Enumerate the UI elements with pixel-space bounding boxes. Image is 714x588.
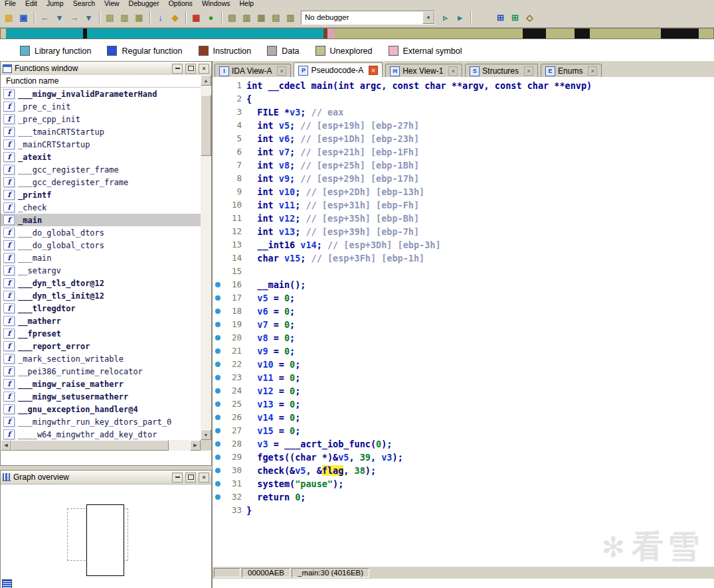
menu-debugger[interactable]: Debugger: [124, 0, 164, 7]
graph-minimize-button[interactable]: [172, 473, 183, 482]
function-list-item[interactable]: f___tmainCRTStartup: [1, 125, 201, 138]
tab-enums[interactable]: EEnums✕: [541, 64, 602, 78]
forward-history-icon[interactable]: ▾: [82, 11, 96, 25]
settings-key-icon[interactable]: ◇: [523, 11, 537, 25]
function-list-item[interactable]: f___tlregdtor: [1, 302, 201, 315]
function-list-item[interactable]: f__gnu_exception_handler@4: [1, 403, 201, 415]
code-line[interactable]: 6 int v7; // [esp+21h] [ebp-1Fh]: [213, 145, 714, 159]
minimize-button[interactable]: [172, 64, 183, 74]
graph-overview-titlebar[interactable]: Graph overview ✕: [1, 471, 211, 484]
float-button[interactable]: [185, 64, 196, 74]
tab-pseudocode-a[interactable]: PPseudocode-A✕: [294, 62, 383, 78]
menu-edit[interactable]: Edit: [21, 0, 42, 7]
code-line[interactable]: 11 int v12; // [esp+35h] [ebp-Bh]: [213, 212, 714, 225]
menu-options[interactable]: Options: [164, 0, 197, 7]
graph-close-button[interactable]: ✕: [199, 473, 209, 482]
tab-close-button[interactable]: ✕: [524, 66, 533, 76]
function-list-item[interactable]: f___do_global_dtors: [1, 226, 201, 239]
breakpoint-dot-icon[interactable]: [213, 344, 223, 358]
code-line[interactable]: 24 v12 = 0;: [213, 384, 714, 398]
code-line[interactable]: 12 int v13; // [esp+39h] [ebp-7h]: [213, 225, 714, 238]
code-line[interactable]: 10 int v11; // [esp+31h] [ebp-Fh]: [213, 198, 714, 212]
function-list-item[interactable]: f__pei386_runtime_relocator: [1, 365, 201, 378]
code-line[interactable]: 4 int v5; // [esp+19h] [ebp-27h]: [213, 119, 714, 132]
breakpoint-dot-icon[interactable]: [213, 384, 223, 398]
menu-jump[interactable]: Jump: [42, 0, 68, 7]
code-line[interactable]: 7 int v8; // [esp+25h] [ebp-1Bh]: [213, 159, 714, 172]
back-history-icon[interactable]: ▾: [52, 11, 66, 25]
jump-down-icon[interactable]: ↓: [153, 11, 167, 25]
jump-prev-icon[interactable]: ▤: [103, 11, 117, 25]
navband-segment[interactable]: [699, 29, 713, 38]
navband-segment[interactable]: [1, 29, 6, 38]
graph-node[interactable]: [86, 504, 124, 576]
start-process-icon[interactable]: ●: [204, 11, 218, 25]
vscroll-thumb[interactable]: [201, 95, 211, 156]
breakpoint-dot-icon[interactable]: [213, 331, 223, 344]
function-list-item[interactable]: f__setargv: [1, 264, 201, 277]
code-line[interactable]: 27 v15 = 0;: [213, 424, 714, 437]
function-list-item[interactable]: f___main: [1, 252, 201, 264]
function-list-item[interactable]: f__fpreset: [1, 327, 201, 340]
tab-close-button[interactable]: ✕: [277, 66, 286, 76]
menu-windows[interactable]: Windows: [197, 0, 235, 7]
function-list-item[interactable]: f___gcc_deregister_frame: [1, 176, 201, 188]
vertical-scrollbar[interactable]: ▲ ▼: [201, 75, 211, 451]
code-line[interactable]: 5 int v6; // [esp+1Dh] [ebp-23h]: [213, 132, 714, 145]
navband-segment[interactable]: [523, 29, 545, 38]
function-list-item[interactable]: f_pre_c_init: [1, 100, 201, 113]
forward-arrow-icon[interactable]: →: [67, 11, 81, 25]
debug-window-4-icon[interactable]: ▤: [269, 11, 283, 25]
code-line[interactable]: 15: [213, 265, 714, 278]
function-list-item[interactable]: f_atexit: [1, 151, 201, 163]
code-line[interactable]: 30 check(&v5, &flag, 38);: [213, 464, 714, 477]
code-line[interactable]: 8 int v9; // [esp+29h] [ebp-17h]: [213, 172, 714, 185]
navband-segment[interactable]: [575, 29, 590, 38]
output-window-icon[interactable]: [2, 579, 12, 588]
code-line[interactable]: 18 v6 = 0;: [213, 305, 714, 318]
function-list-item[interactable]: f___mingwthr_run_key_dtors_part_0: [1, 415, 201, 428]
code-line[interactable]: 19 v7 = 0;: [213, 318, 714, 331]
code-line[interactable]: 22 v10 = 0;: [213, 358, 714, 371]
function-list-item[interactable]: f____w64_mingwthr_add_key_dtor: [1, 428, 201, 440]
function-list-item[interactable]: f___dyn_tls_dtor@12: [1, 277, 201, 289]
function-list-item[interactable]: f___mingw_setusermatherr: [1, 390, 201, 403]
menu-search[interactable]: Search: [68, 0, 100, 7]
graph-float-button[interactable]: [185, 473, 196, 482]
code-line[interactable]: 33}: [213, 504, 714, 517]
code-line[interactable]: 2{: [213, 92, 714, 106]
horizontal-scrollbar[interactable]: ◀ ▶: [1, 440, 201, 451]
navband-segment[interactable]: [546, 29, 575, 38]
jump-address-icon[interactable]: ▦: [132, 11, 146, 25]
functions-window-titlebar[interactable]: Functions window ✕: [1, 62, 211, 76]
menu-view[interactable]: View: [100, 0, 124, 7]
code-line[interactable]: 16 __main();: [213, 278, 714, 291]
breakpoint-dot-icon[interactable]: [213, 451, 223, 464]
tab-hex-view-1[interactable]: HHex View-1✕: [385, 64, 462, 78]
function-list-item[interactable]: f_main: [1, 214, 201, 226]
function-list-item[interactable]: f___do_global_ctors: [1, 239, 201, 252]
function-list-item[interactable]: f___mingw_invalidParameterHand: [1, 88, 201, 100]
vscroll-track[interactable]: [201, 86, 211, 429]
breakpoint-dot-icon[interactable]: [213, 291, 223, 305]
breakpoint-dot-icon[interactable]: [213, 371, 223, 384]
breakpoint-dot-icon[interactable]: [213, 398, 223, 411]
tab-structures[interactable]: SStructures✕: [465, 64, 538, 78]
code-line[interactable]: 1int __cdecl main(int argc, const char *…: [213, 79, 714, 92]
code-line[interactable]: 9 int v10; // [esp+2Dh] [ebp-13h]: [213, 185, 714, 198]
menu-file[interactable]: File: [0, 0, 21, 7]
navband-segment[interactable]: [6, 29, 84, 38]
function-name-column-header[interactable]: Function name: [1, 75, 201, 88]
debugger-select[interactable]: No debugger▼: [301, 11, 435, 25]
scroll-left-button[interactable]: ◀: [1, 440, 11, 451]
breakpoint-dot-icon[interactable]: [213, 411, 223, 424]
breakpoint-dot-icon[interactable]: [213, 464, 223, 477]
function-list-item[interactable]: f___gcc_register_frame: [1, 163, 201, 176]
code-line[interactable]: 26 v14 = 0;: [213, 411, 714, 424]
debug-window-2-icon[interactable]: ▥: [240, 11, 254, 25]
function-list-item[interactable]: f_mainCRTStartup: [1, 138, 201, 151]
detach-icon[interactable]: ▸: [453, 11, 467, 25]
code-line[interactable]: 32 return 0;: [213, 490, 714, 504]
function-list-item[interactable]: f_printf: [1, 188, 201, 201]
function-list-item[interactable]: f_mark_section_writable: [1, 352, 201, 365]
